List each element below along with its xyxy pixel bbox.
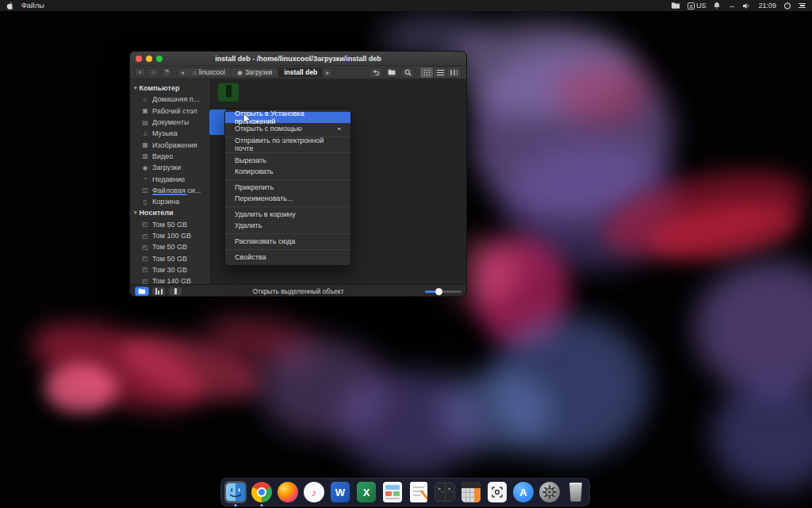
network-icon[interactable]: ↔: [728, 2, 735, 10]
sidebar-item-downloads[interactable]: ◉ Загрузки: [130, 162, 210, 173]
dock-item-appstore[interactable]: A: [512, 481, 534, 503]
menubar-app-name[interactable]: Файлы: [21, 2, 44, 10]
sidebar-item-label: Файловая си...: [152, 187, 201, 194]
downloads-icon: ◉: [141, 164, 149, 171]
new-folder-button[interactable]: [385, 67, 398, 78]
sidebar-section-computer[interactable]: ▾ Компьютер: [130, 83, 210, 94]
slider-thumb[interactable]: [435, 288, 442, 295]
dock-item-preview[interactable]: [381, 481, 404, 503]
sidebar-item-label: Загрузки: [152, 164, 181, 171]
sidebar-item-desktop[interactable]: ▣ Рабочий стол: [130, 106, 210, 117]
sidebar-item-volume-3[interactable]: ◰ Том 50 GB: [130, 241, 210, 252]
menu-separator: [225, 179, 350, 180]
calculator-icon: [462, 482, 481, 502]
sidebar-item-volume-5[interactable]: ◰ Том 30 GB: [130, 264, 210, 275]
wallpaper-blob: [474, 237, 569, 348]
terminal-icon: >_>_: [435, 483, 455, 502]
menu-separator: [225, 233, 350, 234]
breadcrumb-next-icon[interactable]: ▸: [323, 69, 332, 76]
notifications-bell-icon[interactable]: [713, 2, 721, 10]
disk-usage-bar: [152, 194, 187, 195]
dock-item-terminal[interactable]: >_>_: [434, 481, 456, 503]
wallpaper-blob: [712, 379, 812, 491]
search-button[interactable]: [401, 67, 414, 78]
sidebar-item-documents[interactable]: ▤ Документы: [130, 117, 210, 128]
menu-item-cut[interactable]: Вырезать: [225, 155, 350, 166]
sidebar-item-volume-6[interactable]: ◰ Том 140 GB: [130, 275, 210, 284]
sidebar-item-volume-1[interactable]: ◰ Том 50 GB: [130, 219, 210, 230]
menu-item-pin[interactable]: Прикрепить: [225, 182, 350, 193]
menu-item-open-with[interactable]: Открыть с помощью ▸: [225, 123, 350, 134]
grid-view-button[interactable]: [420, 67, 434, 78]
wallpaper-blob: [339, 371, 482, 475]
menu-separator: [225, 249, 350, 250]
breadcrumb-home[interactable]: ⌂ linuxcool: [187, 68, 232, 77]
apple-menu-icon[interactable]: [6, 2, 13, 10]
list-view-button[interactable]: [434, 67, 447, 78]
dock-item-calculator[interactable]: [460, 481, 482, 503]
forward-button[interactable]: ›: [148, 67, 159, 77]
music-icon: ♫: [141, 130, 149, 137]
dock-item-notes[interactable]: [408, 481, 430, 503]
sidebar-item-recent[interactable]: ◔ Недавние: [130, 173, 210, 184]
dock-item-word[interactable]: W: [329, 481, 351, 503]
list-view-icon: [437, 70, 444, 75]
undo-button[interactable]: [370, 67, 382, 78]
breadcrumb-downloads[interactable]: ◉ Загрузки: [232, 68, 278, 77]
dock-item-chrome[interactable]: [251, 481, 273, 503]
sidebar-item-home[interactable]: ⌂ Домашняя п...: [130, 94, 210, 105]
sidebar-item-pictures[interactable]: ▦ Изображения: [130, 139, 210, 150]
chevron-down-icon[interactable]: ▾: [134, 210, 137, 216]
dock-item-music[interactable]: ♪: [303, 481, 325, 503]
session-menu-icon[interactable]: [799, 3, 806, 9]
menu-item-extract-here[interactable]: Распаковать сюда: [225, 236, 350, 247]
word-icon: W: [331, 482, 350, 502]
volume-icon[interactable]: [742, 2, 751, 10]
menu-item-rename[interactable]: Переименовать...: [225, 193, 350, 204]
chevron-down-icon[interactable]: ▾: [134, 85, 137, 91]
titlebar[interactable]: install deb - /home/linuxcool/Загрузки/i…: [130, 52, 466, 66]
back-button[interactable]: ‹: [135, 67, 145, 77]
breadcrumb-label: Загрузки: [245, 68, 272, 76]
keyboard-icon: a: [688, 2, 695, 10]
sidebar-item-volume-4[interactable]: ◰ Том 50 GB: [130, 252, 210, 264]
dock-item-settings[interactable]: [538, 481, 561, 503]
wallpaper-blob: [441, 371, 552, 451]
volume-icon: ◰: [141, 221, 149, 228]
zoom-slider[interactable]: [425, 287, 462, 295]
menu-item-send-by-email[interactable]: Отправить по электронной почте: [225, 139, 350, 150]
breadcrumb-current[interactable]: install deb: [278, 68, 323, 77]
running-indicator: [261, 504, 263, 506]
dock-item-screenshot[interactable]: [486, 481, 508, 503]
dock-item-firefox[interactable]: [277, 481, 299, 503]
keyboard-layout-indicator[interactable]: a US: [688, 2, 707, 10]
column-view-button[interactable]: [447, 67, 461, 78]
statusbar: Открыть выделенный объект: [130, 284, 466, 297]
menu-item-open-in-app-installer[interactable]: Открыть в Установка приложений: [225, 112, 350, 123]
sidebar-item-label: Том 50 GB: [152, 221, 187, 229]
sidebar-item-filesystem[interactable]: ◫ Файловая си...: [130, 185, 210, 196]
power-icon[interactable]: [783, 2, 791, 10]
sidebar-item-label: Корзина: [152, 198, 179, 206]
dock-item-files[interactable]: [224, 481, 247, 503]
up-button[interactable]: ^: [162, 67, 172, 77]
sidebar-item-label: Недавние: [152, 175, 185, 183]
sidebar-item-label: Документы: [152, 118, 189, 126]
breadcrumb-prev-icon[interactable]: ◂: [178, 69, 187, 76]
menu-item-copy[interactable]: Копировать: [225, 166, 350, 177]
sidebar-item-volume-2[interactable]: ◰ Том 100 GB: [130, 230, 210, 241]
screenshot-icon: [488, 482, 507, 502]
menu-item-delete[interactable]: Удалить: [225, 220, 350, 231]
dock-item-trash[interactable]: [565, 481, 587, 503]
menu-item-move-to-trash[interactable]: Удалить в корзину: [225, 209, 350, 220]
file-manager-tray-icon[interactable]: [671, 2, 680, 10]
sidebar-item-trash[interactable]: ▯ Корзина: [130, 196, 210, 207]
menu-item-properties[interactable]: Свойства: [225, 252, 350, 263]
sidebar-item-video[interactable]: ▥ Видео: [130, 151, 210, 162]
dock-item-excel[interactable]: X: [355, 481, 377, 503]
sidebar-item-music[interactable]: ♫ Музыка: [130, 128, 210, 139]
sidebar-item-label: Том 50 GB: [152, 255, 187, 263]
sidebar-section-media[interactable]: ▾ Носители: [130, 207, 210, 218]
clock[interactable]: 21:09: [758, 2, 776, 10]
deb-file-icon[interactable]: [217, 83, 239, 102]
